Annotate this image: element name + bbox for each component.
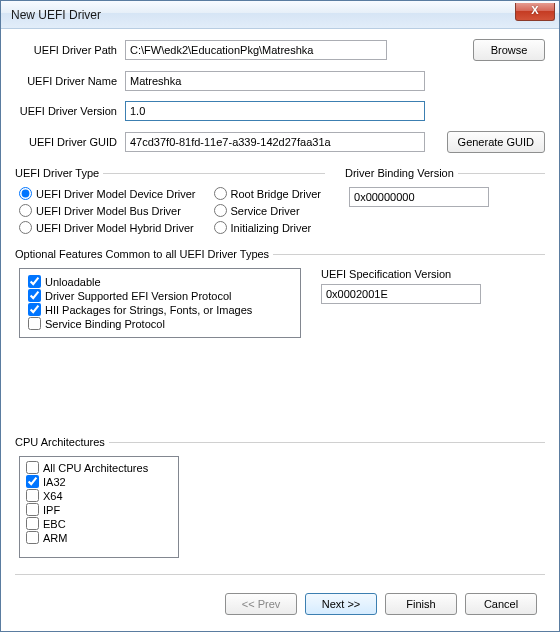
check-cpu-ebc-label: EBC [43, 518, 66, 530]
footer-buttons: << Prev Next >> Finish Cancel [15, 587, 545, 623]
radio-bus-driver[interactable]: UEFI Driver Model Bus Driver [19, 204, 196, 217]
binding-version-input[interactable] [349, 187, 489, 207]
radio-service-driver-label: Service Driver [231, 205, 300, 217]
check-efi-version[interactable]: Driver Supported EFI Version Protocol [28, 289, 292, 302]
radio-initializing-driver[interactable]: Initializing Driver [214, 221, 321, 234]
label-driver-path: UEFI Driver Path [15, 44, 119, 56]
check-cpu-ebc[interactable]: EBC [26, 517, 172, 530]
radio-device-driver[interactable]: UEFI Driver Model Device Driver [19, 187, 196, 200]
check-cpu-all[interactable]: All CPU Architectures [26, 461, 172, 474]
radio-service-driver[interactable]: Service Driver [214, 204, 321, 217]
check-cpu-ia32-input[interactable] [26, 475, 39, 488]
close-button[interactable]: X [515, 3, 555, 21]
radio-hybrid-driver-label: UEFI Driver Model Hybrid Driver [36, 222, 194, 234]
check-hii-input[interactable] [28, 303, 41, 316]
check-unloadable-input[interactable] [28, 275, 41, 288]
check-cpu-arm-input[interactable] [26, 531, 39, 544]
check-cpu-all-label: All CPU Architectures [43, 462, 148, 474]
check-hii-label: HII Packages for Strings, Fonts, or Imag… [45, 304, 252, 316]
driver-name-input[interactable] [125, 71, 425, 91]
check-cpu-ipf[interactable]: IPF [26, 503, 172, 516]
radio-hybrid-driver[interactable]: UEFI Driver Model Hybrid Driver [19, 221, 196, 234]
check-cpu-x64-input[interactable] [26, 489, 39, 502]
footer-separator [15, 574, 545, 575]
label-spec-version: UEFI Specification Version [321, 268, 541, 280]
check-cpu-arm-label: ARM [43, 532, 67, 544]
window-title: New UEFI Driver [11, 8, 101, 22]
title-bar: New UEFI Driver X [1, 1, 559, 29]
label-driver-guid: UEFI Driver GUID [15, 136, 119, 148]
check-cpu-ebc-input[interactable] [26, 517, 39, 530]
label-binding-version: Driver Binding Version [345, 167, 458, 179]
driver-version-input[interactable] [125, 101, 425, 121]
radio-root-bridge-input[interactable] [214, 187, 227, 200]
radio-device-driver-input[interactable] [19, 187, 32, 200]
check-cpu-ia32[interactable]: IA32 [26, 475, 172, 488]
generate-guid-button[interactable]: Generate GUID [447, 131, 545, 153]
radio-hybrid-driver-input[interactable] [19, 221, 32, 234]
driver-path-input[interactable] [125, 40, 387, 60]
check-cpu-x64[interactable]: X64 [26, 489, 172, 502]
check-cpu-ipf-label: IPF [43, 504, 60, 516]
check-cpu-ia32-label: IA32 [43, 476, 66, 488]
radio-initializing-driver-label: Initializing Driver [231, 222, 312, 234]
radio-initializing-driver-input[interactable] [214, 221, 227, 234]
dialog-window: New UEFI Driver X UEFI Driver Path Brows… [0, 0, 560, 632]
cpu-arch-box: All CPU Architectures IA32 X64 IPF EBC [19, 456, 179, 558]
check-service-binding[interactable]: Service Binding Protocol [28, 317, 292, 330]
check-service-binding-label: Service Binding Protocol [45, 318, 165, 330]
label-driver-version: UEFI Driver Version [15, 105, 119, 117]
radio-root-bridge[interactable]: Root Bridge Driver [214, 187, 321, 200]
radio-root-bridge-label: Root Bridge Driver [231, 188, 321, 200]
driver-guid-input[interactable] [125, 132, 425, 152]
cancel-button[interactable]: Cancel [465, 593, 537, 615]
radio-device-driver-label: UEFI Driver Model Device Driver [36, 188, 196, 200]
check-hii[interactable]: HII Packages for Strings, Fonts, or Imag… [28, 303, 292, 316]
check-cpu-x64-label: X64 [43, 490, 63, 502]
check-unloadable[interactable]: Unloadable [28, 275, 292, 288]
browse-button[interactable]: Browse [473, 39, 545, 61]
radio-bus-driver-input[interactable] [19, 204, 32, 217]
label-optional-features: Optional Features Common to all UEFI Dri… [15, 248, 273, 260]
spec-version-input[interactable] [321, 284, 481, 304]
check-service-binding-input[interactable] [28, 317, 41, 330]
check-unloadable-label: Unloadable [45, 276, 101, 288]
finish-button[interactable]: Finish [385, 593, 457, 615]
check-cpu-all-input[interactable] [26, 461, 39, 474]
next-button[interactable]: Next >> [305, 593, 377, 615]
label-driver-name: UEFI Driver Name [15, 75, 119, 87]
radio-bus-driver-label: UEFI Driver Model Bus Driver [36, 205, 181, 217]
prev-button[interactable]: << Prev [225, 593, 297, 615]
dialog-content: UEFI Driver Path Browse UEFI Driver Name… [1, 29, 559, 631]
check-efi-version-input[interactable] [28, 289, 41, 302]
label-driver-type: UEFI Driver Type [15, 167, 103, 179]
check-cpu-ipf-input[interactable] [26, 503, 39, 516]
check-cpu-arm[interactable]: ARM [26, 531, 172, 544]
radio-service-driver-input[interactable] [214, 204, 227, 217]
check-efi-version-label: Driver Supported EFI Version Protocol [45, 290, 231, 302]
label-cpu-arch: CPU Architectures [15, 436, 109, 448]
